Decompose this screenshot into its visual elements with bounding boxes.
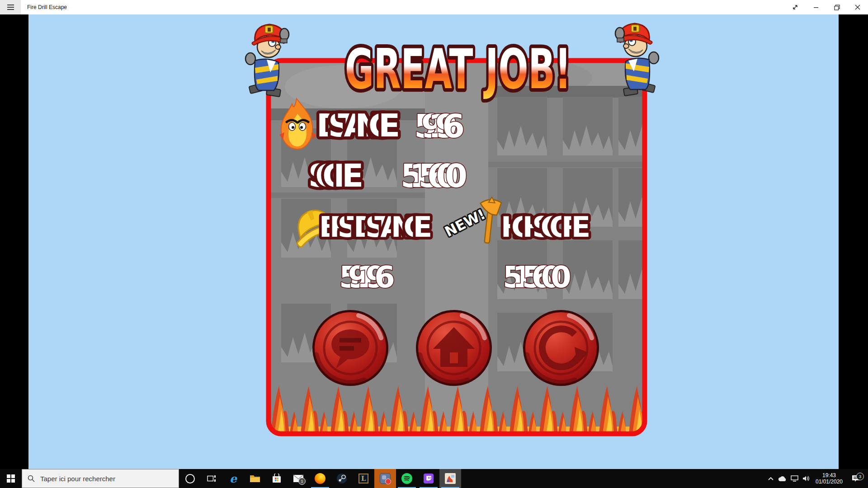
replay-button[interactable] — [523, 310, 599, 386]
taskbar-search[interactable] — [22, 469, 179, 488]
system-tray: 19:43 01/01/2020 3 — [765, 469, 868, 488]
chat-button[interactable] — [312, 310, 388, 386]
spotify-icon — [401, 473, 412, 484]
search-icon — [28, 475, 35, 482]
start-button[interactable] — [0, 469, 22, 488]
taskbar-item-capture-app[interactable] — [374, 469, 396, 488]
game-viewport: GREAT JOB! DISTANCE 59196 SCORE 515600 B… — [0, 14, 868, 469]
minimize-icon — [813, 5, 819, 10]
minimize-button[interactable] — [806, 0, 826, 14]
window-title: Fire Drill Escape — [27, 4, 67, 10]
edge-icon: e — [230, 473, 237, 484]
taskbar-item-mail[interactable]: 1 — [288, 469, 309, 488]
best-distance-value: 59196 — [339, 260, 395, 295]
taskbar-item-fire-drill-escape[interactable] — [439, 469, 461, 488]
network-icon[interactable] — [788, 475, 800, 482]
home-button[interactable] — [416, 310, 492, 386]
search-input[interactable] — [39, 474, 168, 483]
restore-icon — [834, 5, 840, 10]
taskbar-item-steam[interactable] — [331, 469, 353, 488]
taskbar-item-twitch[interactable] — [418, 469, 439, 488]
high-score-label: HIGH SCORE — [501, 211, 590, 244]
fullscreen-button[interactable] — [785, 0, 806, 14]
taskbar-item-cortana[interactable] — [179, 469, 201, 488]
taskbar-item-task-view[interactable] — [201, 469, 222, 488]
screen: Fire Drill Escape — [0, 0, 868, 488]
league-of-legends-icon: L — [359, 474, 368, 483]
onedrive-cloud-icon[interactable] — [777, 476, 788, 482]
twitch-icon — [424, 474, 434, 483]
microsoft-store-icon — [272, 474, 282, 483]
heading-text: GREAT JOB! — [345, 37, 571, 101]
hamburger-menu-icon[interactable] — [0, 0, 21, 14]
restore-button[interactable] — [826, 0, 847, 14]
tray-clock[interactable]: 19:43 01/01/2020 — [812, 472, 846, 485]
fire-drill-escape-icon — [445, 473, 456, 484]
high-score-value: 515600 — [503, 260, 571, 295]
fullscreen-icon — [792, 4, 798, 10]
tray-date: 01/01/2020 — [812, 479, 846, 485]
score-label: SCORE — [308, 157, 363, 194]
steam-icon — [336, 473, 347, 484]
taskbar: e 1 — [0, 469, 868, 488]
taskbar-item-file-explorer[interactable] — [244, 469, 266, 488]
taskbar-item-spotify[interactable] — [396, 469, 418, 488]
score-value: 515600 — [401, 157, 467, 195]
tray-chevron-up-icon[interactable] — [765, 476, 777, 481]
close-icon — [855, 5, 860, 10]
taskbar-item-league-of-legends[interactable]: L — [353, 469, 374, 488]
task-view-icon — [207, 475, 216, 482]
distance-label: DISTANCE — [316, 107, 400, 144]
file-explorer-icon — [250, 474, 260, 483]
action-center-button[interactable]: 3 — [846, 475, 865, 482]
taskbar-item-edge[interactable]: e — [222, 469, 244, 488]
flames-strip — [269, 383, 645, 434]
tray-time: 19:43 — [812, 472, 846, 479]
windows-logo-icon — [7, 474, 15, 483]
distance-value: 59196 — [414, 107, 465, 145]
notification-badge: 3 — [856, 473, 864, 480]
close-button[interactable] — [847, 0, 868, 14]
best-distance-label: BEST DISTANCE — [319, 211, 432, 244]
taskbar-item-firefox[interactable] — [309, 469, 331, 488]
firefox-icon — [315, 473, 326, 484]
mail-badge: 1 — [298, 478, 306, 485]
window-titlebar: Fire Drill Escape — [0, 0, 868, 14]
cortana-icon — [185, 474, 195, 483]
capture-app-icon — [380, 473, 391, 484]
taskbar-item-microsoft-store[interactable] — [266, 469, 288, 488]
volume-icon[interactable] — [800, 475, 812, 482]
